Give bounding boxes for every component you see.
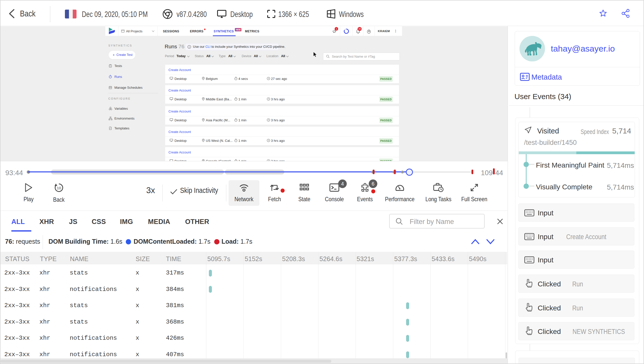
svg-text:10: 10 xyxy=(57,186,61,190)
